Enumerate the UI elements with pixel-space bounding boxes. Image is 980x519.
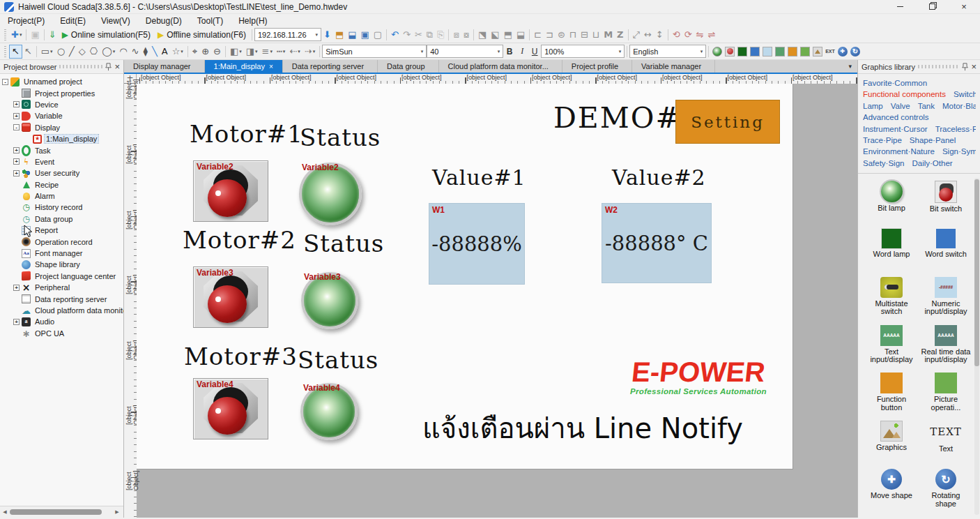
- scrollbar-thumb[interactable]: [974, 179, 979, 366]
- zoom-in-icon[interactable]: ⊕: [199, 45, 211, 59]
- library-vertical-scrollbar[interactable]: [974, 178, 979, 515]
- tree-item[interactable]: + Event: [0, 156, 123, 167]
- tree-item[interactable]: History record: [0, 202, 123, 213]
- menu-item[interactable]: Edit(E): [52, 15, 93, 27]
- pin-icon[interactable]: [962, 63, 968, 71]
- menu-item[interactable]: Tool(T): [190, 15, 231, 27]
- library-component[interactable]: Bit lamp: [866, 181, 917, 229]
- tab[interactable]: Cloud platform data monitor...: [439, 60, 562, 73]
- rotating-shape-shortcut-icon[interactable]: [850, 47, 860, 57]
- align-middle-icon[interactable]: ⊟: [579, 28, 590, 42]
- library-component[interactable]: Picture operati...: [921, 373, 971, 421]
- tree-horizontal-scrollbar[interactable]: ◀ ▶: [0, 506, 123, 518]
- library-component[interactable]: Function button: [866, 373, 917, 421]
- epower-logo[interactable]: E-POWER Professional Services Automation: [608, 357, 789, 396]
- word-switch-shortcut-icon[interactable]: [750, 47, 760, 57]
- align-bottom-icon[interactable]: ⊔: [590, 28, 602, 42]
- same-width-icon[interactable]: M: [602, 28, 615, 42]
- motor-label[interactable]: Motor#1: [190, 121, 303, 147]
- value-label[interactable]: Value#2: [612, 166, 706, 190]
- tab[interactable]: 1:Main_display×: [205, 60, 283, 73]
- library-component[interactable]: Graphics: [866, 421, 917, 469]
- copy-icon[interactable]: ⧉: [424, 28, 435, 42]
- library-component[interactable]: Bit switch: [921, 181, 971, 229]
- variable-import-icon[interactable]: ⇓: [47, 28, 59, 42]
- library-category[interactable]: Advanced controls: [863, 112, 929, 123]
- send-to-back-icon[interactable]: ⬕: [489, 28, 501, 42]
- tree-item[interactable]: 1:Main_display: [0, 133, 123, 144]
- tree-item[interactable]: + Variable: [0, 110, 123, 121]
- library-component[interactable]: Word switch: [921, 229, 971, 277]
- flip-horizontal-icon[interactable]: ⇋: [694, 28, 706, 42]
- tree-expander[interactable]: +: [13, 147, 20, 153]
- library-component[interactable]: -##### Numeric input/display: [921, 277, 971, 325]
- text-display-shortcut-icon[interactable]: [775, 47, 785, 57]
- tree-item[interactable]: Cloud platform data monitor: [0, 305, 123, 316]
- library-category[interactable]: Trace·Pipe: [863, 135, 902, 146]
- rect-tool-icon[interactable]: ▭▾: [39, 45, 55, 59]
- same-size-icon[interactable]: ⤢: [631, 28, 642, 42]
- group-icon[interactable]: ⧈: [451, 28, 461, 42]
- tree-expander[interactable]: +: [13, 158, 20, 165]
- upload-from-device-icon[interactable]: ⬓: [346, 28, 358, 42]
- arrow-end-icon[interactable]: ⇢▾: [303, 45, 317, 59]
- paste-icon[interactable]: ⎘: [435, 28, 446, 42]
- tree-item[interactable]: Project language center: [0, 271, 123, 282]
- bring-forward-icon[interactable]: ⬒: [502, 28, 514, 42]
- word-lamp-shortcut-icon[interactable]: [737, 47, 747, 57]
- arrow-start-icon[interactable]: ⇠▾: [287, 45, 302, 59]
- library-category[interactable]: Motor·Blade: [942, 100, 976, 112]
- library-component[interactable]: AAAAA Real time data input/display: [921, 325, 971, 373]
- bit-lamp-shortcut-icon[interactable]: [712, 47, 722, 57]
- tree-item[interactable]: Operation record: [0, 236, 123, 247]
- library-category[interactable]: Switch: [954, 89, 976, 100]
- library-component[interactable]: AAAAA Text input/display: [866, 325, 917, 373]
- move-shape-shortcut-icon[interactable]: [838, 47, 848, 57]
- save-icon[interactable]: ▣: [29, 28, 41, 42]
- line-width-icon[interactable]: ≡▾: [260, 45, 275, 59]
- download-to-device-icon[interactable]: ⬒: [333, 28, 346, 42]
- h-distribute-icon[interactable]: ↔: [642, 28, 654, 42]
- diamond-tool-icon[interactable]: ◇: [77, 45, 88, 59]
- tree-expander[interactable]: -: [13, 124, 20, 130]
- tree-item[interactable]: + Task: [0, 144, 123, 156]
- tree-expander[interactable]: +: [13, 113, 20, 119]
- bit-lamp-object[interactable]: Variable2: [299, 163, 362, 225]
- numeric-display-object[interactable]: W2 -88888° C: [602, 203, 712, 283]
- align-center-icon[interactable]: ⊜: [556, 28, 567, 42]
- menu-item[interactable]: Debug(D): [138, 15, 190, 27]
- library-category[interactable]: Shape·Panel: [910, 135, 956, 146]
- menu-item[interactable]: Help(H): [231, 15, 275, 27]
- download-project-icon[interactable]: ⬇: [321, 28, 333, 42]
- numeric-display-shortcut-icon[interactable]: [763, 47, 772, 57]
- close-panel-icon[interactable]: ×: [114, 62, 120, 71]
- arc-tool-icon[interactable]: ◠: [117, 45, 129, 59]
- curve-tool-icon[interactable]: ∿: [130, 45, 141, 59]
- setting-button[interactable]: Setting: [675, 100, 780, 144]
- line-tool-icon[interactable]: ╱: [67, 45, 77, 59]
- redo-icon[interactable]: ↷: [401, 28, 413, 42]
- device-monitor-icon[interactable]: ▣: [358, 28, 371, 42]
- status-label[interactable]: Status: [298, 347, 378, 373]
- text-tool-icon[interactable]: A: [160, 45, 170, 59]
- library-component[interactable]: ↻ Rotating shape: [921, 469, 971, 517]
- bit-lamp-object[interactable]: Variable4: [300, 383, 358, 440]
- ext-shortcut-icon[interactable]: EXT: [825, 47, 835, 57]
- library-category[interactable]: Traceless·Pipe: [935, 123, 976, 135]
- graphics-shortcut-icon[interactable]: [813, 47, 822, 57]
- zoom-select[interactable]: 100%▾: [541, 45, 625, 58]
- tree-expander[interactable]: +: [13, 170, 20, 176]
- tree-expander[interactable]: +: [13, 319, 20, 325]
- bit-switch-object[interactable]: Variable2: [193, 160, 268, 222]
- tree-item[interactable]: Project properties: [0, 87, 123, 98]
- library-component[interactable]: Word lamp: [866, 229, 917, 277]
- zoom-out-icon[interactable]: ⊖: [211, 45, 223, 59]
- library-component[interactable]: TEXT Text: [921, 421, 971, 469]
- menu-item[interactable]: Project(P): [0, 15, 52, 27]
- polygon-tool-icon[interactable]: ⎔: [88, 45, 100, 59]
- bit-switch-object[interactable]: Variable4: [193, 378, 268, 439]
- close-panel-icon[interactable]: ×: [971, 62, 977, 71]
- design-canvas[interactable]: DEMO#2 Setting Motor#1 Status Variable2 …: [137, 84, 793, 469]
- roundrect-tool-icon[interactable]: ◯▾: [100, 45, 117, 59]
- tree-item[interactable]: - Unnamed project: [0, 76, 123, 87]
